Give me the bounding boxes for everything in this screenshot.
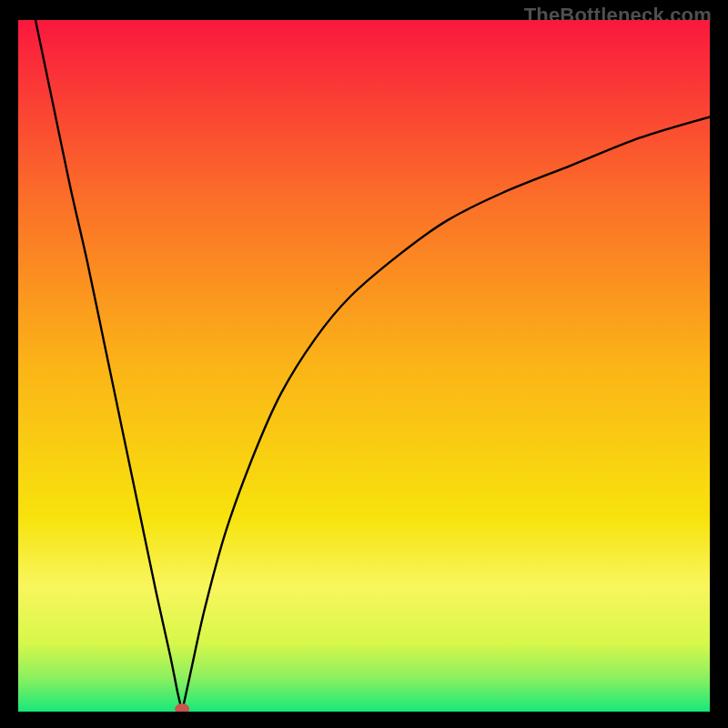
gradient-rect: [18, 20, 710, 712]
chart-container: [18, 20, 710, 712]
gradient-background-chart: [18, 20, 710, 712]
